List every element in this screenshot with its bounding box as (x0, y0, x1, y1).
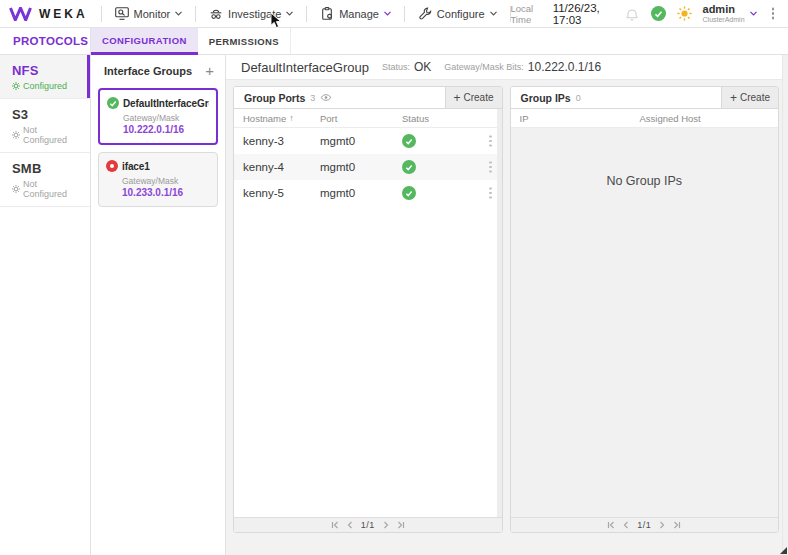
next-page-icon[interactable] (383, 521, 389, 529)
status-error-icon (106, 160, 118, 172)
protocol-name: SMB (12, 161, 78, 176)
column-hostname-sort[interactable]: Hostname↑ (243, 113, 320, 124)
user-name: admin (703, 3, 735, 16)
chevron-down-icon (384, 11, 391, 16)
protocol-status: Not Configured (12, 125, 78, 145)
cell-port: mgmt0 (320, 187, 402, 199)
create-group-port-button[interactable]: + Create (446, 87, 502, 108)
column-ip: IP (520, 113, 640, 124)
cell-port: mgmt0 (320, 135, 402, 147)
column-port: Port (320, 113, 402, 124)
group-ports-panel: Group Ports 3 + Create (233, 86, 503, 533)
protocol-name: NFS (12, 63, 78, 78)
detail-header: DefaultInterfaceGroup Status: OK Gateway… (226, 55, 788, 80)
group-ips-panel: Group IPs 0 + Create IP Assigned Host No… (510, 86, 780, 533)
nav-configure[interactable]: Configure (405, 0, 510, 28)
status-ok-icon (107, 97, 119, 109)
user-menu[interactable]: admin ClusterAdmin (703, 3, 757, 24)
gateway-mask-label: Gateway/Mask (123, 113, 209, 123)
gateway-mask-value: 10.233.0.1/16 (122, 187, 210, 198)
nav-investigate[interactable]: Investigate (196, 0, 306, 28)
eye-icon[interactable] (320, 93, 332, 102)
protocols-sidebar: NFS Configured S3 Not Configured SMB Not… (0, 55, 91, 555)
nav-manage[interactable]: Manage (307, 0, 404, 28)
table-row: kenny-5 mgmt0 (234, 180, 502, 206)
protocol-name: S3 (12, 107, 78, 122)
tab-permissions[interactable]: PERMISSIONS (198, 28, 291, 55)
page-scrollbar[interactable] (782, 55, 788, 555)
chevron-down-icon (750, 11, 757, 16)
table-empty-space (234, 206, 502, 517)
tab-configuration[interactable]: CONFIGURATION (91, 28, 198, 55)
cluster-health-ok-badge[interactable] (651, 6, 666, 21)
page-indicator: 1/1 (637, 520, 651, 530)
user-role: ClusterAdmin (703, 16, 745, 24)
column-assigned-host: Assigned Host (640, 113, 779, 124)
topbar-kebab-menu[interactable] (768, 5, 779, 23)
monitor-icon (115, 7, 129, 20)
sidebar-item-s3[interactable]: S3 Not Configured (0, 99, 90, 153)
content-area: DefaultInterfaceGroup Status: OK Gateway… (226, 55, 788, 555)
nav-investigate-label: Investigate (228, 8, 281, 20)
brand-text: WEKA (39, 7, 88, 21)
status-ok-icon (402, 160, 416, 174)
sun-status-icon[interactable] (677, 6, 692, 21)
gateway-bits-label: Gateway/Mask Bits: (444, 62, 524, 72)
gateway-mask-value: 10.222.0.1/16 (123, 124, 209, 135)
last-page-icon[interactable] (397, 521, 405, 529)
investigate-icon (209, 8, 223, 20)
cell-hostname: kenny-3 (243, 135, 320, 147)
chevron-down-icon (175, 11, 182, 16)
notifications-bell-icon[interactable] (624, 7, 640, 21)
gateway-mask-label: Gateway/Mask (122, 176, 210, 186)
group-ports-count: 3 (310, 93, 315, 103)
interface-group-card-default[interactable]: DefaultInterfaceGroup Gateway/Mask 10.22… (98, 88, 218, 145)
table-row: kenny-4 mgmt0 (234, 154, 502, 180)
nav-monitor-label: Monitor (134, 8, 171, 20)
interface-group-card-iface1[interactable]: iface1 Gateway/Mask 10.233.0.1/16 (98, 152, 218, 207)
weka-logo-icon (9, 7, 32, 21)
group-ips-table-header: IP Assigned Host (511, 109, 779, 128)
interface-group-name: iface1 (122, 161, 150, 172)
first-page-icon[interactable] (331, 521, 339, 529)
sidebar-item-nfs[interactable]: NFS Configured (0, 55, 90, 99)
create-group-ip-button[interactable]: + Create (722, 87, 778, 108)
group-ports-header: Group Ports 3 (234, 87, 446, 108)
empty-state-text: No Group IPs (511, 128, 779, 517)
status-value: OK (414, 60, 431, 74)
detail-title: DefaultInterfaceGroup (241, 60, 369, 75)
status-ok-icon (402, 134, 416, 148)
cell-hostname: kenny-4 (243, 161, 320, 173)
group-ips-pagination: 1/1 (511, 517, 779, 532)
status-ok-icon (402, 186, 416, 200)
next-page-icon[interactable] (659, 521, 665, 529)
last-page-icon[interactable] (673, 521, 681, 529)
nav-manage-label: Manage (339, 8, 379, 20)
local-time-label: Local Time (510, 3, 541, 25)
previous-page-icon[interactable] (347, 521, 353, 529)
cell-hostname: kenny-5 (243, 187, 320, 199)
gear-icon (12, 185, 20, 193)
protocol-status: Configured (12, 81, 78, 91)
manage-icon (320, 7, 334, 20)
gateway-bits-value: 10.222.0.1/16 (528, 60, 601, 74)
gear-icon (12, 131, 20, 139)
protocol-status: Not Configured (12, 179, 78, 199)
panel-scrollbar[interactable] (497, 109, 502, 517)
interface-group-name: DefaultInterfaceGroup (123, 98, 209, 109)
window-resize-grip[interactable] (780, 547, 787, 554)
first-page-icon[interactable] (607, 521, 615, 529)
chevron-down-icon (286, 11, 293, 16)
gear-icon (12, 82, 20, 90)
cell-port: mgmt0 (320, 161, 402, 173)
topbar-right: Local Time 11/26/23, 17:03 admi (510, 2, 778, 26)
sidebar-item-smb[interactable]: SMB Not Configured (0, 153, 90, 207)
sort-ascending-icon: ↑ (289, 113, 294, 123)
group-ports-pagination: 1/1 (234, 517, 502, 532)
weka-logo: WEKA (9, 7, 88, 21)
previous-page-icon[interactable] (623, 521, 629, 529)
chevron-down-icon (490, 11, 497, 16)
nav-monitor[interactable]: Monitor (102, 0, 196, 28)
protocols-section-title: PROTOCOLS (0, 28, 91, 55)
add-interface-group-button[interactable]: + (205, 65, 214, 77)
